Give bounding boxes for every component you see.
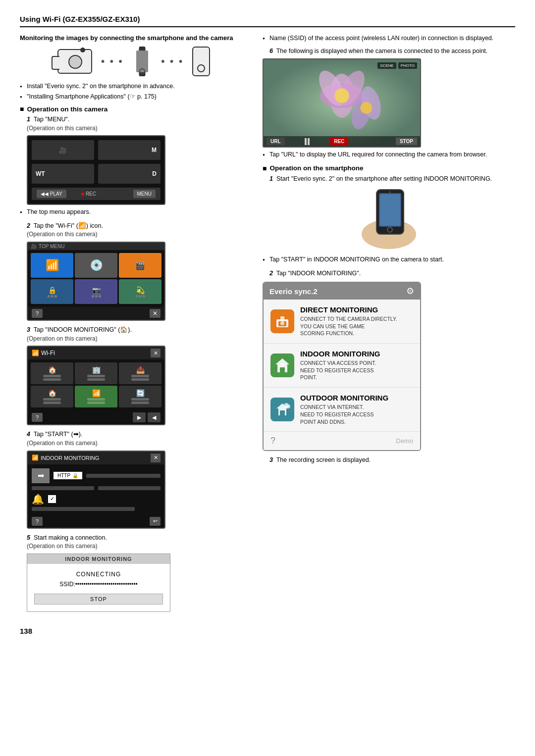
svg-rect-15 [380, 194, 400, 226]
step5-text: Start making a connection. [34, 534, 107, 541]
indoor-header: 📶 INDOOR MONITORING ✕ [28, 452, 164, 464]
smartphone-image-wrap [263, 187, 515, 252]
bullet-url: Tap "URL" to display the URL required fo… [263, 151, 515, 159]
flower-overlay: SCENE PHOTO [377, 62, 417, 69]
wifi-next-btn[interactable]: ▶ [133, 412, 146, 422]
svg-rect-26 [280, 410, 285, 415]
page-title: Using Wi-Fi (GZ-EX355/GZ-EX310) [20, 15, 515, 27]
app-demo-label[interactable]: Demo [396, 437, 413, 445]
stop-btn[interactable]: STOP [396, 138, 417, 145]
wifi-close-btn[interactable]: ✕ [151, 349, 160, 357]
wifi-cell-3[interactable]: 📤 [119, 362, 161, 384]
wifi-cell-1[interactable]: 🏠 [31, 362, 73, 384]
wifi-cell-4[interactable]: 🏠 [31, 386, 73, 407]
cloud-house-icon [273, 401, 291, 418]
indoor-help-btn[interactable]: ? [32, 517, 43, 526]
page-number: 138 [20, 627, 515, 635]
outdoor-monitoring-icon [270, 398, 294, 421]
step3-num: 3 [27, 326, 30, 333]
app-help-icon[interactable]: ? [270, 436, 275, 446]
wifi-cell-5[interactable]: 📶 [75, 386, 117, 407]
phone-icon [192, 47, 210, 76]
connection-dots2: • • • [161, 55, 183, 68]
connecting-header: INDOOR MONITORING [27, 554, 170, 564]
play-btn[interactable]: ◀◀ PLAY [37, 190, 66, 198]
step2-note: (Operation on this camera) [20, 230, 248, 239]
camera-icon [57, 49, 92, 74]
overlay-badge2: PHOTO [398, 62, 417, 69]
step-s3-block: 3 The recording screen is displayed. [263, 456, 515, 465]
svg-point-20 [280, 321, 284, 325]
svg-rect-23 [280, 367, 285, 372]
url-btn[interactable]: URL [267, 138, 285, 145]
indoor-footer: ? ↩ [28, 515, 164, 528]
direct-monitoring-icon [270, 309, 294, 333]
step2-block: 2 Tap the "Wi-Fi" (📶) icon. (Operation o… [20, 222, 248, 321]
camera-menu-screen: 🎥 M WT D ◀◀ PLAY REC MENU [27, 135, 165, 205]
step3-block: 3 Tap "INDOOR MONITORING" (🏠). (Operatio… [20, 326, 248, 425]
overlay-badge1: SCENE [377, 62, 396, 69]
wifi-back-btn[interactable]: ◀ [148, 412, 160, 422]
wifi-screen: 📶 Wi-Fi ✕ 🏠 🏢 [27, 346, 165, 425]
indoor-monitor-screen: 📶 INDOOR MONITORING ✕ ➡ HTTP 🔒 [27, 451, 165, 529]
top-menu-header: 🎥 TOP MENU [28, 243, 164, 250]
stop-button[interactable]: STOP [34, 594, 163, 605]
indoor-monitoring-desc: CONNECT VIA ACCESS POINT.NEED TO REGISTE… [300, 359, 380, 381]
menu-cell-6[interactable]: 💫 [119, 279, 161, 304]
step1-note: (Operation on this camera) [20, 124, 248, 133]
step4-text: Tap "START" (➡). [34, 431, 83, 438]
step6-text: The following is displayed when the came… [276, 48, 488, 54]
wifi-cell-2[interactable]: 🏢 [75, 362, 117, 384]
wifi-grid: 🏠 🏢 📤 [28, 359, 164, 410]
app-screen: Everio sync.2 ⚙ [263, 282, 421, 451]
wifi-menu-cell[interactable]: 📶 [31, 253, 73, 278]
bullet-tap-start: Tap "START" in INDOOR MONITORING on the … [263, 255, 515, 264]
intro-text: Monitoring the images by connecting the … [20, 34, 248, 42]
step4-note: (Operation on this camera) [20, 439, 248, 448]
indoor-content: ➡ HTTP 🔒 🔔 [28, 464, 164, 515]
step-s2-num: 2 [269, 270, 273, 277]
wifi-footer: ? ▶ ◀ [28, 410, 164, 424]
step1-sub-bullets: The top menu appears. [20, 208, 248, 217]
outdoor-monitoring-option[interactable]: OUTDOOR MONITORING CONNECT VIA INTERNET.… [264, 388, 420, 432]
menu-cell-m: M [98, 140, 160, 160]
menu-cell-2[interactable]: 💿 [75, 253, 117, 278]
rec-btn[interactable]: REC [330, 138, 348, 145]
step1-num: 1 [27, 116, 30, 123]
app-title: Everio sync.2 [269, 287, 318, 296]
connecting-body: CONNECTING SSID:••••••••••••••••••••••••… [27, 564, 170, 611]
start-arrow-btn[interactable]: ➡ [32, 468, 50, 483]
intro-bullets: Install "Everio sync. 2" on the smartpho… [20, 82, 248, 101]
help-btn[interactable]: ? [32, 309, 43, 318]
step6-num: 6 [269, 48, 273, 54]
camera-diagram: • • • • • • [20, 47, 248, 76]
step3-note: (Operation on this camera) [20, 335, 248, 343]
indoor-back-btn[interactable]: ↩ [150, 517, 160, 526]
indoor-monitoring-option[interactable]: INDOOR MONITORING CONNECT VIA ACCESS POI… [264, 344, 420, 388]
top-menu-bottom-bar: ? ✕ [28, 307, 164, 320]
menu-cell-5[interactable]: 📷 [75, 279, 117, 304]
app-footer: ? Demo [264, 432, 420, 450]
step-s3-text: The recording screen is displayed. [276, 456, 371, 463]
step4-block: 4 Tap "START" (➡). (Operation on this ca… [20, 430, 248, 528]
camera-lens [68, 55, 82, 69]
direct-monitoring-option[interactable]: DIRECT MONITORING CONNECT TO THE CAMERA … [264, 300, 420, 344]
close-btn[interactable]: ✕ [150, 309, 160, 318]
bullet-start: Tap "START" in INDOOR MONITORING on the … [263, 255, 515, 264]
menu-btn[interactable]: MENU [133, 190, 156, 198]
right-bullet-ssid: Name (SSID) of the access point (wireles… [263, 34, 515, 43]
indoor-close-btn[interactable]: ✕ [151, 454, 160, 462]
step2-num: 2 [27, 222, 30, 229]
menu-cell-4[interactable]: 🔒 [31, 279, 73, 304]
settings-icon[interactable]: ⚙ [406, 286, 414, 297]
wifi-label: Wi-Fi [41, 350, 55, 356]
menu-cell-3[interactable]: 🎬 [119, 253, 161, 278]
step6-block: 6 The following is displayed when the ca… [263, 47, 515, 159]
connection-dots: • • • [101, 55, 123, 68]
wifi-help-btn[interactable]: ? [32, 413, 43, 422]
wifi-cell-6[interactable]: 🔄 [119, 386, 161, 407]
indoor-label: INDOOR MONITORING [41, 455, 99, 461]
smartphone-svg [349, 187, 428, 252]
menu-cell-cam: 🎥 [32, 140, 94, 160]
svg-point-24 [281, 363, 284, 366]
